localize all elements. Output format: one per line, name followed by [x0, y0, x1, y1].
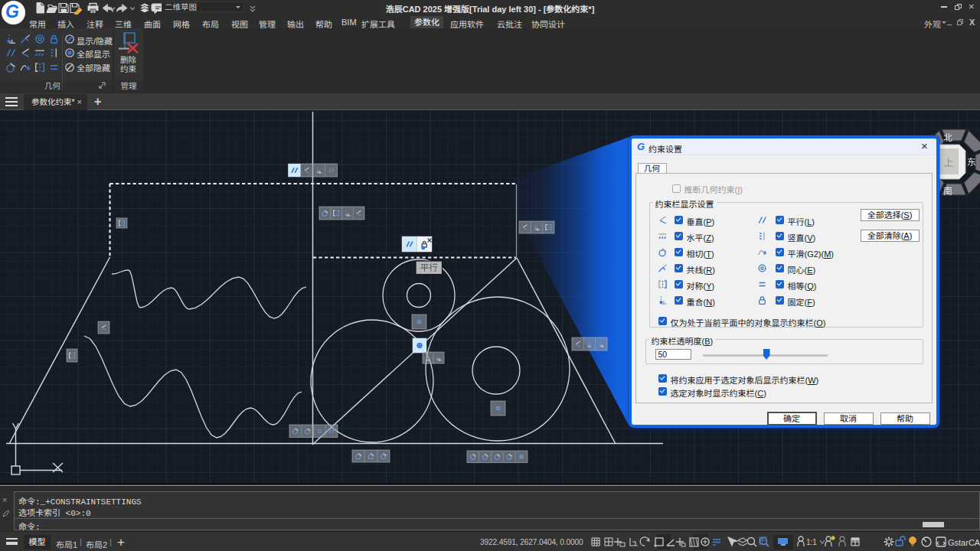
svg-text:1:1: 1:1: [806, 538, 817, 546]
